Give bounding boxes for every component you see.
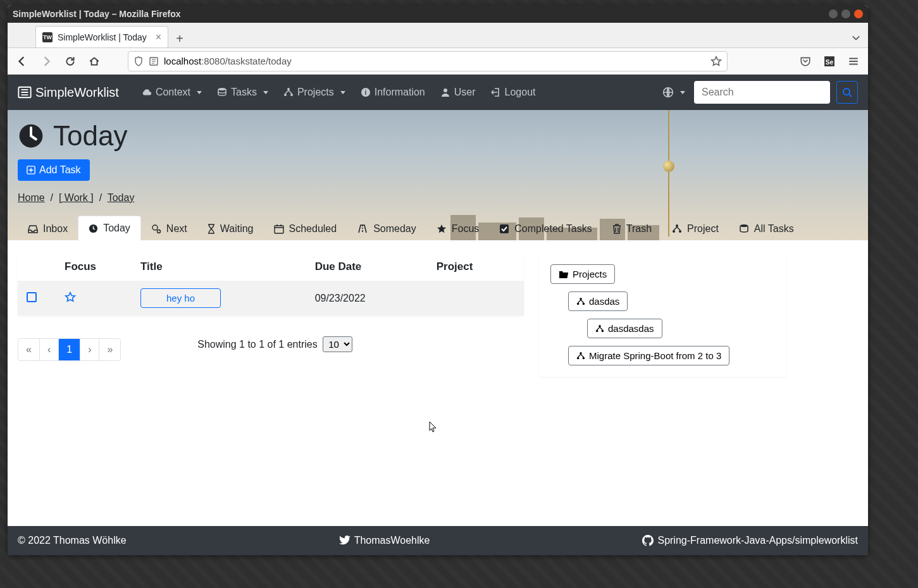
window-maximize-button[interactable] <box>841 9 850 18</box>
star-outline-icon <box>65 291 76 303</box>
projects-root[interactable]: Projects <box>550 264 615 284</box>
tab-trash[interactable]: Trash <box>602 217 662 241</box>
breadcrumb-home[interactable]: Home <box>18 192 45 203</box>
tab-today[interactable]: Today <box>78 216 141 241</box>
calendar-icon <box>274 224 284 234</box>
window-controls <box>829 9 863 18</box>
clock-icon <box>18 123 44 149</box>
folder-open-icon <box>559 270 569 279</box>
task-checkbox[interactable] <box>27 292 37 302</box>
chevron-down-icon <box>852 34 860 42</box>
pocket-button[interactable] <box>796 52 815 71</box>
cogs-icon <box>151 224 161 234</box>
tab-focus[interactable]: Focus <box>426 217 490 241</box>
site-footer: © 2022 Thomas Wöhlke ThomasWoehlke Sprin… <box>8 526 868 555</box>
svg-text:Se: Se <box>826 58 834 65</box>
breadcrumb-context[interactable]: [ Work ] <box>59 192 94 203</box>
sign-out-icon <box>491 87 501 97</box>
share-nodes-icon <box>672 224 682 234</box>
browser-tab[interactable]: TW SimpleWorklist | Today × <box>35 26 168 47</box>
tab-all-tasks[interactable]: All Tasks <box>729 217 804 241</box>
svg-point-20 <box>676 224 678 227</box>
svg-point-29 <box>602 329 604 332</box>
breadcrumb-current: Today <box>108 192 135 203</box>
page-content: SimpleWorklist Context Tasks Projects i … <box>8 75 868 555</box>
tab-completed[interactable]: Completed Tasks <box>489 217 602 241</box>
task-focus-star[interactable] <box>65 294 76 305</box>
tab-next[interactable]: Next <box>141 217 197 241</box>
svg-point-10 <box>443 89 447 92</box>
task-due: 09/23/2022 <box>306 281 428 315</box>
project-node[interactable]: dasdasdas <box>587 319 662 338</box>
tab-inbox[interactable]: Inbox <box>18 217 78 241</box>
tab-waiting[interactable]: Waiting <box>197 217 264 241</box>
share-nodes-icon <box>576 352 585 360</box>
project-node[interactable]: dasdas <box>568 291 628 311</box>
svg-point-7 <box>290 94 293 96</box>
check-square-icon <box>499 224 509 234</box>
task-title-link[interactable]: hey ho <box>140 288 221 308</box>
extension-button[interactable]: Se <box>820 52 839 71</box>
tab-scheduled[interactable]: Scheduled <box>264 217 347 241</box>
tab-project[interactable]: Project <box>662 217 729 241</box>
road-icon <box>357 224 368 233</box>
inbox-icon <box>28 224 38 233</box>
add-task-button[interactable]: Add Task <box>18 159 90 181</box>
footer-copyright: © 2022 Thomas Wöhlke <box>18 535 127 546</box>
nav-language[interactable] <box>656 82 692 103</box>
tab-someday[interactable]: Someday <box>347 217 426 241</box>
nav-tasks[interactable]: Tasks <box>211 82 275 103</box>
trash-icon <box>612 224 621 234</box>
svg-rect-18 <box>275 226 283 233</box>
app-menu-button[interactable] <box>844 52 863 71</box>
list-all-tabs-button[interactable] <box>847 28 865 47</box>
page-prev[interactable]: ‹ <box>40 339 59 360</box>
nav-context[interactable]: Context <box>134 82 208 103</box>
project-node[interactable]: Migrate Spring-Boot from 2 to 3 <box>568 346 729 365</box>
nav-forward-button[interactable] <box>37 52 56 71</box>
page-next[interactable]: › <box>80 339 99 360</box>
search-button[interactable] <box>836 81 858 104</box>
window-minimize-button[interactable] <box>829 9 838 18</box>
tab-close-button[interactable]: × <box>156 32 161 42</box>
page-title: Today <box>18 120 858 152</box>
main-area: Focus Title Due Date Project hey ho 09/2… <box>8 240 868 389</box>
new-tab-button[interactable]: + <box>171 30 189 47</box>
url-bar[interactable]: localhost:8080/taskstate/today <box>128 51 728 71</box>
search-input[interactable] <box>694 81 830 104</box>
twitter-icon <box>339 536 350 546</box>
browser-window: SimpleWorklist | Today – Mozilla Firefox… <box>8 5 868 555</box>
svg-point-28 <box>596 329 599 332</box>
nav-logout[interactable]: Logout <box>485 82 542 103</box>
share-nodes-icon <box>576 297 585 306</box>
bookmark-star-icon[interactable] <box>710 56 722 67</box>
page-size-select[interactable]: 10 <box>323 336 352 352</box>
info-circle-icon: i <box>361 87 371 97</box>
nav-projects[interactable]: Projects <box>277 82 352 103</box>
nav-back-button[interactable] <box>13 52 32 71</box>
footer-github-link[interactable]: Spring-Framework-Java-Apps/simpleworklis… <box>642 535 858 546</box>
database-icon <box>739 224 749 234</box>
footer-twitter-link[interactable]: ThomasWoehlke <box>339 535 430 546</box>
nav-home-button[interactable] <box>85 52 104 71</box>
database-icon <box>217 87 227 97</box>
cloud-icon <box>140 88 152 97</box>
svg-point-31 <box>577 357 580 359</box>
page-current[interactable]: 1 <box>59 339 80 360</box>
svg-point-25 <box>577 302 580 305</box>
selenium-icon: Se <box>824 56 835 67</box>
nav-information[interactable]: i Information <box>354 82 431 103</box>
breadcrumb: Home / [ Work ] / Today <box>18 192 858 209</box>
state-tabs: Inbox Today Next Waiting Scheduled Somed… <box>18 215 858 240</box>
nav-user[interactable]: User <box>434 82 482 103</box>
star-icon <box>437 224 447 234</box>
page-last[interactable]: » <box>99 339 120 360</box>
page-first[interactable]: « <box>18 339 40 360</box>
hamburger-icon <box>848 56 859 67</box>
window-close-button[interactable] <box>854 9 863 18</box>
nav-reload-button[interactable] <box>61 52 80 71</box>
share-nodes-icon <box>283 87 294 97</box>
brand[interactable]: SimpleWorklist <box>18 85 119 100</box>
tab-favicon: TW <box>42 32 53 42</box>
col-project: Project <box>428 253 524 281</box>
